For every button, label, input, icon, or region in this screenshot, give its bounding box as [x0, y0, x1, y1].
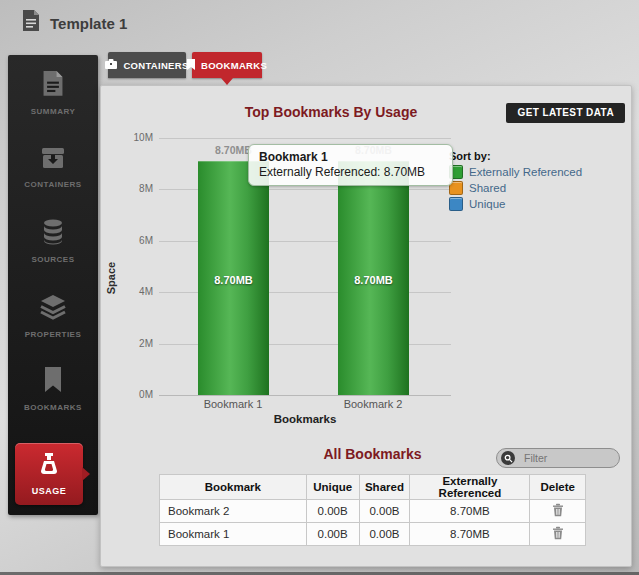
cell-externally-referenced: 8.70MB [410, 523, 530, 546]
database-icon [41, 231, 65, 248]
tab-containers[interactable]: CONTAINERS [108, 52, 186, 78]
tab-label: CONTAINERS [123, 60, 188, 71]
cell-shared: 0.00B [359, 500, 410, 523]
delete-bookmark-button[interactable] [552, 526, 564, 540]
app-window: Template 1 CONTAINERS BOOKMARKS SUMMARY … [0, 0, 639, 575]
x-category-label: Bookmark 2 [323, 398, 423, 410]
sidebar: SUMMARY CONTAINERS SOURCES PROPERTIES BO… [8, 55, 98, 515]
chart-legend: Sort by: Externally Referenced Shared Un… [449, 150, 582, 211]
x-axis-label: Bookmarks [159, 413, 451, 425]
sidebar-item-label: USAGE [15, 486, 83, 496]
table-row: Bookmark 2 0.00B 0.00B 8.70MB [160, 500, 586, 523]
chart-tooltip: Bookmark 1 Externally Referenced: 8.70MB [248, 144, 453, 186]
sidebar-item-sources[interactable]: SOURCES [8, 219, 98, 264]
page-header: Template 1 [22, 10, 127, 36]
chart-title: Top Bookmarks By Usage [181, 104, 481, 120]
archive-icon [40, 156, 66, 173]
col-header-externally-referenced[interactable]: Externally Referenced [410, 475, 530, 500]
sidebar-item-label: BOOKMARKS [8, 403, 98, 412]
bar-inner-label: 8.70MB [198, 274, 269, 286]
y-tick-label: 0M [101, 389, 153, 400]
legend-entry-unique[interactable]: Unique [449, 197, 582, 211]
filter-field[interactable] [496, 448, 620, 468]
scale-icon [37, 464, 61, 481]
trash-icon [552, 528, 564, 543]
page-title: Template 1 [50, 15, 127, 32]
x-category-label: Bookmark 1 [183, 398, 283, 410]
table-header-row: Bookmark Unique Shared Externally Refere… [160, 475, 586, 500]
sidebar-item-usage[interactable]: USAGE [15, 443, 83, 505]
col-header-bookmark[interactable]: Bookmark [160, 475, 307, 500]
bar-inner-label: 8.70MB [338, 274, 409, 286]
legend-title: Sort by: [449, 150, 582, 162]
sidebar-item-label: PROPERTIES [8, 330, 98, 339]
sidebar-item-bookmarks[interactable]: BOOKMARKS [8, 367, 98, 412]
sidebar-item-summary[interactable]: SUMMARY [8, 71, 98, 116]
tab-label: BOOKMARKS [201, 60, 267, 71]
cell-bookmark: Bookmark 2 [160, 500, 307, 523]
sidebar-item-label: SUMMARY [8, 107, 98, 116]
bookmark-icon [44, 379, 62, 396]
layers-icon [39, 306, 67, 323]
tooltip-value: Externally Referenced: 8.70MB [259, 165, 442, 179]
cell-unique: 0.00B [306, 523, 359, 546]
gridline [159, 138, 451, 139]
document-icon [22, 10, 40, 36]
sidebar-item-properties[interactable]: PROPERTIES [8, 294, 98, 339]
tab-bookmarks[interactable]: BOOKMARKS [192, 52, 262, 78]
get-latest-data-button[interactable]: GET LATEST DATA [506, 103, 625, 123]
cell-externally-referenced: 8.70MB [410, 500, 530, 523]
cell-bookmark: Bookmark 1 [160, 523, 307, 546]
legend-entry-externally-referenced[interactable]: Externally Referenced [449, 165, 582, 179]
active-tab-arrow [221, 78, 233, 85]
search-icon [501, 451, 515, 465]
y-tick-label: 8M [101, 183, 153, 194]
cell-shared: 0.00B [359, 523, 410, 546]
table-row: Bookmark 1 0.00B 0.00B 8.70MB [160, 523, 586, 546]
cell-unique: 0.00B [306, 500, 359, 523]
active-item-arrow [82, 467, 90, 481]
y-tick-label: 2M [101, 338, 153, 349]
sidebar-item-label: CONTAINERS [8, 180, 98, 189]
y-tick-label: 10M [101, 132, 153, 143]
y-axis-label: Space [105, 238, 117, 318]
delete-bookmark-button[interactable] [552, 503, 564, 517]
legend-entry-shared[interactable]: Shared [449, 181, 582, 195]
bookmarks-table: Bookmark Unique Shared Externally Refere… [159, 474, 586, 546]
container-icon [105, 59, 117, 71]
blue-swatch-icon [449, 197, 463, 211]
bookmark-icon [187, 59, 195, 72]
sidebar-item-containers[interactable]: CONTAINERS [8, 146, 98, 189]
trash-icon [552, 505, 564, 520]
col-header-delete[interactable]: Delete [530, 475, 586, 500]
filter-input[interactable] [522, 451, 615, 465]
usage-panel: Top Bookmarks By Usage GET LATEST DATA 0… [100, 85, 632, 567]
document-icon [42, 83, 64, 100]
sidebar-item-label: SOURCES [8, 255, 98, 264]
tooltip-title: Bookmark 1 [259, 150, 442, 164]
col-header-unique[interactable]: Unique [306, 475, 359, 500]
col-header-shared[interactable]: Shared [359, 475, 410, 500]
x-axis-line [159, 395, 451, 396]
